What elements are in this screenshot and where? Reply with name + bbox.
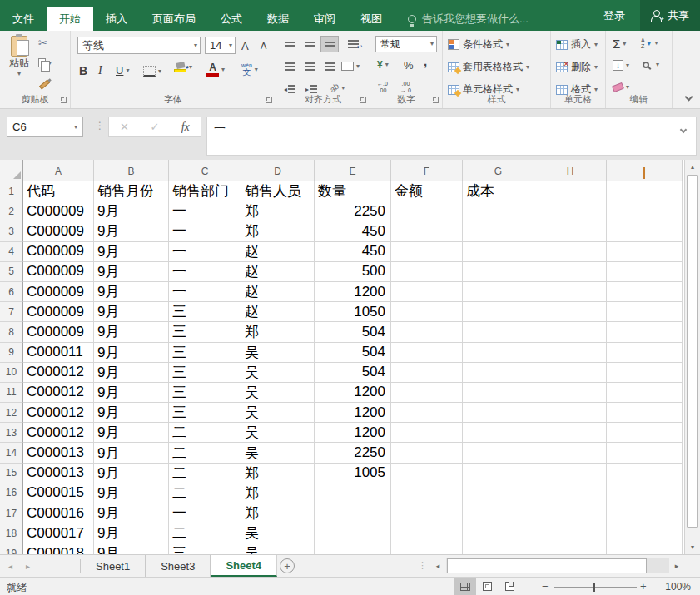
collapse-ribbon-icon[interactable]: [685, 93, 693, 102]
cell-I9[interactable]: [607, 343, 683, 363]
cell-A7[interactable]: C000009: [23, 302, 94, 322]
phonetic-dropdown-icon[interactable]: ▾: [255, 67, 258, 73]
cell-D11[interactable]: 吴: [241, 383, 315, 403]
zoom-slider-track[interactable]: [554, 587, 637, 588]
find-select-button[interactable]: ▾: [643, 62, 659, 68]
ribbon-tab-7[interactable]: 视图: [348, 7, 395, 31]
cell-F11[interactable]: [391, 383, 463, 403]
cell-C17[interactable]: 一: [169, 503, 241, 523]
fill-color-button[interactable]: ▾: [174, 62, 192, 72]
cell-F7[interactable]: [391, 302, 463, 322]
column-header-D[interactable]: D: [241, 160, 315, 181]
comma-style-button[interactable]: ,: [424, 59, 427, 64]
cell-B17[interactable]: 9月: [94, 503, 169, 523]
cell-E5[interactable]: 500: [315, 262, 391, 282]
cell-B5[interactable]: 9月: [94, 262, 169, 282]
format-as-table-button[interactable]: 套用表格格式▾: [448, 60, 529, 74]
column-header-B[interactable]: B: [94, 160, 169, 181]
cell-H4[interactable]: [534, 242, 607, 262]
orientation-dropdown-icon[interactable]: ▾: [341, 85, 345, 92]
cell-A12[interactable]: C000012: [23, 403, 94, 423]
cell-F5[interactable]: [391, 262, 463, 282]
cell-A3[interactable]: C000009: [23, 221, 94, 241]
row-header-18[interactable]: 18: [0, 523, 23, 543]
vertical-scrollbar[interactable]: ▴ ▾: [684, 160, 700, 554]
row-header-3[interactable]: 3: [0, 221, 23, 241]
tabbar-splitter[interactable]: ⋮: [418, 560, 427, 571]
cell-E10[interactable]: 504: [315, 363, 391, 383]
cell-E3[interactable]: 450: [315, 221, 391, 241]
merge-center-button[interactable]: ▾: [341, 62, 360, 71]
select-all-button[interactable]: [0, 160, 23, 181]
underline-dropdown-icon[interactable]: ▾: [126, 67, 129, 74]
cell-G2[interactable]: [463, 201, 534, 221]
cell-C5[interactable]: 一: [169, 262, 241, 282]
cell-A19[interactable]: C000018: [23, 543, 94, 554]
cell-D3[interactable]: 郑: [241, 221, 315, 241]
cell-F18[interactable]: [391, 523, 463, 543]
cell-G12[interactable]: [463, 403, 534, 423]
cell-G11[interactable]: [463, 383, 534, 403]
align-right-button[interactable]: [320, 58, 339, 75]
column-header-G[interactable]: G: [463, 160, 534, 181]
cell-G5[interactable]: [463, 262, 534, 282]
column-header-E[interactable]: E: [315, 160, 391, 181]
cell-F6[interactable]: [391, 282, 463, 302]
zoom-out-button[interactable]: −: [542, 580, 549, 593]
row-header-7[interactable]: 7: [0, 302, 23, 322]
percent-button[interactable]: %: [404, 59, 414, 72]
row-header-19[interactable]: 19: [0, 543, 23, 554]
font-size-combo[interactable]: 14▾: [205, 37, 236, 54]
cell-E14[interactable]: 2250: [315, 443, 391, 463]
cell-A6[interactable]: C000009: [23, 282, 94, 302]
number-format-combo[interactable]: 常规▾: [375, 36, 437, 52]
conditional-formatting-button[interactable]: 条件格式▾: [448, 37, 509, 52]
cell-D6[interactable]: 赵: [241, 282, 315, 302]
cell-H7[interactable]: [534, 302, 607, 322]
cell-F12[interactable]: [391, 403, 463, 423]
cell-I11[interactable]: [607, 383, 683, 403]
cell-D7[interactable]: 赵: [241, 302, 315, 322]
row-header-11[interactable]: 11: [0, 383, 23, 403]
cell-F3[interactable]: [391, 221, 463, 241]
cell-G19[interactable]: [463, 543, 534, 554]
hscroll-right-button[interactable]: ▸: [670, 558, 683, 573]
cell-C19[interactable]: 三: [169, 543, 241, 554]
clipboard-dialog-launcher[interactable]: [61, 97, 67, 103]
cell-H13[interactable]: [534, 423, 607, 443]
cell-A10[interactable]: C000012: [23, 363, 94, 383]
cell-B3[interactable]: 9月: [94, 221, 169, 241]
cell-F13[interactable]: [391, 423, 463, 443]
cell-E12[interactable]: 1200: [315, 403, 391, 423]
sort-filter-button[interactable]: AZ▼ ▾: [641, 37, 658, 49]
align-top-button[interactable]: [280, 36, 299, 52]
cell-E16[interactable]: [315, 483, 391, 503]
cell-C18[interactable]: 二: [169, 523, 241, 543]
wrap-text-button[interactable]: ↩: [344, 36, 362, 52]
align-center-button[interactable]: [300, 58, 319, 75]
name-box-dropdown-icon[interactable]: ▾: [69, 124, 82, 131]
sign-in-button[interactable]: 登录: [603, 8, 625, 23]
cell-D4[interactable]: 赵: [241, 242, 315, 262]
sheet-tab-sheet4[interactable]: Sheet4: [211, 555, 277, 577]
cell-B11[interactable]: 9月: [94, 383, 169, 403]
cell-H3[interactable]: [534, 221, 607, 241]
cell-C7[interactable]: 三: [169, 302, 241, 322]
cell-B2[interactable]: 9月: [94, 201, 169, 221]
cell-D15[interactable]: 郑: [241, 464, 315, 483]
column-header-H[interactable]: H: [534, 160, 607, 181]
row-header-14[interactable]: 14: [0, 443, 23, 463]
cell-G17[interactable]: [463, 503, 534, 523]
cell-A5[interactable]: C000009: [23, 262, 94, 282]
cell-G4[interactable]: [463, 242, 534, 262]
cell-F15[interactable]: [391, 464, 463, 483]
cell-H6[interactable]: [534, 282, 607, 302]
cell-H10[interactable]: [534, 363, 607, 383]
cell-I17[interactable]: [607, 503, 683, 523]
align-bottom-button[interactable]: [320, 36, 339, 52]
cell-B9[interactable]: 9月: [94, 343, 169, 363]
cell-D9[interactable]: 吴: [241, 343, 315, 363]
cell-C14[interactable]: 二: [169, 443, 241, 463]
cell-D10[interactable]: 吴: [241, 363, 315, 383]
cell-I15[interactable]: [607, 464, 683, 483]
